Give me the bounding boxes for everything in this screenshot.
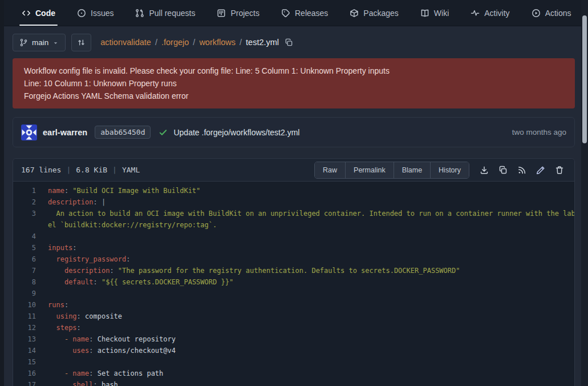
meta-divider: |	[112, 166, 117, 174]
breadcrumb-link[interactable]: actionvalidate	[100, 38, 151, 47]
nav-tab-actions[interactable]: Actions	[530, 0, 573, 26]
line-number[interactable]: 13	[13, 333, 36, 345]
file-view-buttons: RawPermalinkBlameHistory	[314, 162, 469, 179]
commit-author[interactable]: earl-warren	[43, 128, 87, 137]
line-number[interactable]: 3	[13, 208, 36, 219]
code-line: 17 shell: bash	[13, 379, 574, 386]
nav-tab-label: Projects	[230, 9, 259, 18]
breadcrumb-separator: /	[193, 38, 195, 47]
delete-icon[interactable]	[555, 166, 564, 175]
branch-breadcrumb-row: main actionvalidate/.forgejo/workflows/t…	[13, 33, 575, 51]
meta-divider: |	[66, 166, 71, 174]
error-line: Forgejo Actions YAML Schema validation e…	[24, 90, 563, 102]
window-left-edge	[0, 0, 4, 386]
tag-icon	[281, 9, 290, 18]
code-line: 6 registry_password:	[13, 254, 574, 265]
code-line: el `buildkit:docker://registry/repo:tag`…	[13, 219, 574, 231]
scrollbar-thumb[interactable]	[582, 15, 587, 143]
pulse-icon	[471, 9, 480, 18]
code-line-content: inputs:	[48, 242, 77, 254]
latest-commit-bar: earl-warren abab65450d Update .forgejo/w…	[13, 117, 575, 147]
line-number[interactable]: 17	[13, 379, 36, 386]
code-line: 4	[13, 231, 574, 242]
line-number[interactable]: 12	[13, 322, 36, 333]
nav-tab-code[interactable]: Code	[21, 0, 56, 26]
line-number[interactable]: 16	[13, 368, 36, 379]
copy-path-icon[interactable]	[285, 38, 293, 47]
code-line-content: description: "The password for the regis…	[48, 265, 460, 276]
code-line-content: runs:	[48, 299, 68, 311]
line-number[interactable]: 8	[13, 276, 36, 288]
raw-button[interactable]: Raw	[315, 162, 345, 178]
branch-selector-button[interactable]: main	[13, 34, 66, 51]
error-line: Line: 10 Column 1: Unknown Property runs	[24, 77, 563, 90]
file-meta-item: 167 lines	[21, 166, 61, 174]
breadcrumb-separator: /	[240, 38, 242, 47]
line-number[interactable]: 15	[13, 356, 36, 368]
line-number[interactable]: 9	[13, 288, 36, 299]
issue-icon	[77, 9, 86, 18]
error-line: Workflow config file is invalid. Please …	[24, 65, 563, 77]
download-icon[interactable]	[480, 166, 489, 175]
copy-icon[interactable]	[498, 166, 508, 175]
line-number[interactable]: 14	[13, 345, 36, 356]
package-icon	[350, 9, 359, 18]
edit-icon[interactable]	[536, 166, 545, 175]
permalink-button[interactable]: Permalink	[345, 162, 394, 178]
blame-button[interactable]: Blame	[394, 162, 430, 178]
breadcrumb-separator: /	[155, 38, 157, 47]
nav-tab-wiki[interactable]: Wiki	[419, 0, 450, 26]
line-number[interactable]: 4	[13, 231, 36, 242]
code-line-content: el `buildkit:docker://registry/repo:tag`…	[48, 219, 217, 231]
code-line: 9	[13, 288, 574, 299]
page-scrollbar	[581, 0, 588, 386]
breadcrumb-link[interactable]: workflows	[199, 38, 236, 47]
nav-tab-activity[interactable]: Activity	[469, 0, 510, 26]
code-line: 3 An action to build an OCI image with B…	[13, 208, 574, 219]
avatar[interactable]	[21, 124, 37, 140]
file-header: 167 lines|6.8 KiB|YAML RawPermalinkBlame…	[13, 159, 574, 182]
line-number[interactable]: 6	[13, 254, 36, 265]
line-number[interactable]: 11	[13, 311, 36, 322]
code-line: 13 - name: Checkout repository	[13, 333, 574, 345]
nav-tab-label: Packages	[363, 9, 398, 18]
git-compare-icon	[77, 38, 86, 47]
line-number[interactable]: 10	[13, 299, 36, 311]
file-meta: 167 lines|6.8 KiB|YAML	[21, 166, 140, 174]
commit-message[interactable]: Update .forgejo/workflows/test2.yml	[173, 128, 299, 137]
nav-tab-releases[interactable]: Releases	[280, 0, 329, 26]
nav-tab-label: Issues	[91, 9, 113, 18]
code-line-content: description: |	[48, 196, 106, 208]
code-line: 8 default: "${{ secrets.DOCKER_PASSWORD …	[13, 276, 574, 288]
code-line-content: An action to build an OCI image with Bui…	[48, 208, 575, 219]
pull-request-icon	[135, 9, 144, 18]
rss-icon[interactable]	[517, 166, 526, 175]
code-line-content: - name: Set actions path	[48, 368, 163, 379]
code-line: 16 - name: Set actions path	[13, 368, 574, 379]
nav-tab-label: Activity	[484, 9, 509, 18]
code-line-content: - name: Checkout repository	[48, 333, 176, 345]
line-number[interactable]: 7	[13, 265, 36, 276]
nav-tab-pull-requests[interactable]: Pull requests	[134, 0, 196, 26]
commit-hash[interactable]: abab65450d	[95, 126, 151, 139]
code-line-content: registry_password:	[48, 254, 131, 265]
commit-status-check-icon[interactable]	[159, 128, 168, 137]
code-line-content: shell: bash	[48, 379, 118, 386]
nav-tab-projects[interactable]: Projects	[216, 0, 261, 26]
line-number	[13, 219, 36, 231]
nav-tab-label: Code	[35, 9, 55, 18]
line-number[interactable]: 2	[13, 196, 36, 208]
nav-tab-label: Releases	[295, 9, 328, 18]
history-button[interactable]: History	[430, 162, 469, 178]
nav-tab-packages[interactable]: Packages	[348, 0, 399, 26]
line-number[interactable]: 1	[13, 185, 36, 196]
nav-tab-issues[interactable]: Issues	[76, 0, 115, 26]
breadcrumb-current: test2.yml	[246, 38, 279, 47]
chevron-down-icon	[52, 39, 59, 46]
line-number[interactable]: 5	[13, 242, 36, 254]
compare-button[interactable]	[71, 34, 91, 51]
code-line: 2description: |	[13, 196, 574, 208]
breadcrumb-link[interactable]: .forgejo	[161, 38, 189, 47]
code-line: 5inputs:	[13, 242, 574, 254]
project-icon	[217, 9, 226, 18]
